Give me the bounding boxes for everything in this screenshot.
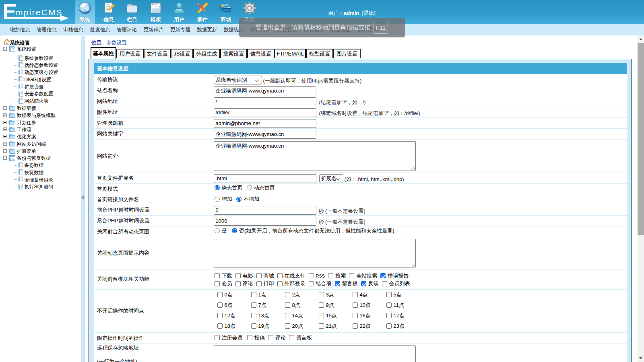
svg-text:mpireCMS: mpireCMS	[16, 8, 63, 17]
